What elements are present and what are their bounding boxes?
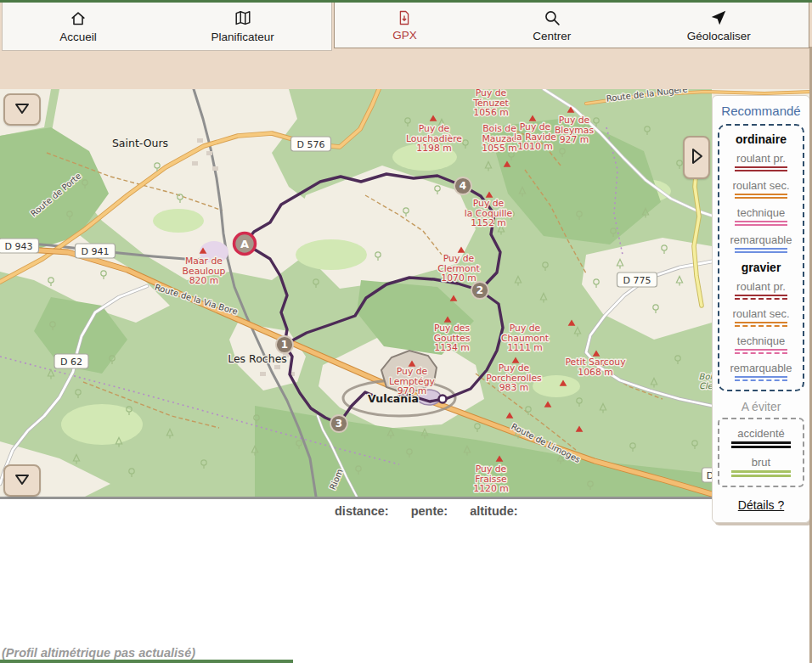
gpx-button[interactable]: GPX	[384, 8, 426, 43]
gpx-label: GPX	[392, 29, 417, 42]
road-badge: D 62	[54, 354, 88, 368]
legend-line-sample	[735, 379, 787, 381]
legend-group-ordinaire: ordinaire	[719, 132, 803, 146]
magnifier-icon	[543, 8, 561, 27]
profile-panel: distance: pente: altitude: (Profil altim…	[0, 497, 812, 663]
legend-item: roulant pr.	[719, 280, 803, 300]
legend-line-sample	[735, 248, 787, 250]
legend-avoid-title: A éviter	[713, 400, 809, 413]
distance-label: distance:	[335, 504, 389, 518]
legend-item-label: roulant sec.	[719, 307, 803, 320]
expand-panel-button[interactable]	[683, 136, 710, 179]
triangle-right-icon	[687, 143, 706, 171]
legend-item-label: technique	[719, 206, 803, 219]
legend-item-label: remarquable	[719, 362, 803, 374]
peak-label: 1055 m	[482, 143, 516, 154]
svg-text:A: A	[240, 238, 249, 250]
home-icon	[69, 9, 87, 28]
navigation-icon	[709, 8, 728, 27]
accueil-button[interactable]: Accueil	[51, 8, 105, 45]
peak-label: 1068 m	[578, 367, 612, 378]
place-label: Vulcania	[368, 392, 419, 405]
peak-label: 1111 m	[507, 342, 542, 353]
legend-item-label: remarquable	[719, 233, 803, 246]
peak-label: 1134 m	[434, 342, 469, 353]
legend-item: roulant sec.	[719, 307, 803, 327]
pente-label: pente:	[411, 504, 448, 518]
svg-text:2: 2	[476, 284, 483, 296]
legend-line-sample	[731, 441, 791, 444]
legend-line-sample	[735, 298, 787, 300]
waypoint-node[interactable]	[439, 396, 447, 403]
legend-item-label: accidenté	[719, 427, 803, 440]
legend-avoid-item: accidenté	[719, 427, 803, 448]
peak-label: 1070 m	[441, 273, 476, 284]
waypoint-4[interactable]: 4	[454, 177, 471, 194]
svg-text:D 941: D 941	[82, 246, 110, 257]
legend-item-label: roulant sec.	[719, 179, 803, 192]
svg-text:D 62: D 62	[60, 357, 82, 368]
collapse-top-button[interactable]	[3, 93, 41, 126]
peak-label: 1198 m	[416, 143, 451, 154]
legend-line-sample	[731, 475, 791, 477]
legend-line-sample	[735, 352, 787, 354]
planificateur-button[interactable]: Planificateur	[202, 8, 282, 45]
legend-item-label: roulant pr.	[719, 280, 803, 293]
geolocaliser-label: Géolocaliser	[687, 30, 751, 42]
legend-avoid-box: accidentébrut	[718, 418, 804, 487]
legend-line-sample	[735, 170, 787, 171]
toolbar-right-group: GPX Centrer Géolocaliser	[334, 3, 809, 48]
peak-label: 1120 m	[473, 483, 508, 494]
legend-item: roulant pr.	[719, 152, 803, 171]
waypoint-2[interactable]: 2	[471, 282, 488, 299]
legend-item: roulant sec.	[719, 179, 803, 199]
legend-line-sample	[735, 194, 787, 195]
centrer-button[interactable]: Centrer	[524, 7, 579, 44]
svg-text:D 576: D 576	[297, 139, 325, 150]
collapse-bottom-button[interactable]	[3, 464, 41, 497]
peak-label: 820 m	[189, 275, 219, 286]
centrer-label: Centrer	[533, 30, 571, 42]
svg-text:4: 4	[460, 180, 466, 192]
svg-text:3: 3	[336, 418, 342, 430]
road-badge: D 943	[0, 239, 39, 253]
svg-text:D 775: D 775	[623, 275, 651, 286]
road-badge: D 775	[617, 273, 657, 287]
peak-label: 1010 m	[517, 141, 552, 152]
gpx-file-icon	[396, 9, 413, 26]
legend-recommended-box: ordinaireroulant pr.roulant sec.techniqu…	[718, 124, 804, 391]
legend-line-sample	[731, 470, 791, 473]
peak-label: 1152 m	[471, 217, 505, 228]
waypoint-3[interactable]: 3	[330, 415, 347, 432]
details-link[interactable]: Détails ?	[713, 498, 809, 512]
legend-item: technique	[719, 206, 803, 226]
legend-item: remarquable	[719, 233, 803, 253]
planificateur-label: Planificateur	[211, 31, 273, 43]
svg-text:1: 1	[281, 339, 288, 351]
accueil-label: Accueil	[59, 31, 97, 43]
legend-item-label: roulant pr.	[719, 152, 803, 165]
place-label: Les Roches	[228, 352, 287, 365]
road-badge: D 941	[76, 244, 116, 258]
profile-stats: distance: pente: altitude:	[335, 504, 518, 518]
legend-title: Recommandé	[713, 104, 809, 118]
peak-label: 927 m	[560, 134, 589, 145]
app-window: Accueil Planificateur GPX	[0, 0, 812, 663]
place-label: Saint-Ours	[112, 137, 168, 149]
geolocaliser-button[interactable]: Géolocaliser	[679, 7, 759, 44]
triangle-down-icon	[10, 99, 34, 121]
triangle-down-icon	[10, 470, 34, 492]
legend-line-sample	[735, 224, 787, 226]
legend-line-sample	[735, 166, 787, 168]
legend-panel: Recommandé ordinaireroulant pr.roulant s…	[712, 95, 810, 523]
legend-item: technique	[719, 334, 803, 354]
legend-group-gravier: gravier	[719, 261, 803, 274]
legend-line-sample	[735, 251, 787, 253]
legend-avoid-item: brut	[719, 456, 803, 477]
road-badge: D 576	[291, 137, 331, 151]
waypoint-A[interactable]: A	[234, 233, 256, 255]
waypoint-1[interactable]: 1	[276, 336, 293, 353]
legend-line-sample	[735, 376, 787, 378]
legend-line-sample	[735, 295, 787, 296]
legend-line-sample	[735, 349, 787, 351]
